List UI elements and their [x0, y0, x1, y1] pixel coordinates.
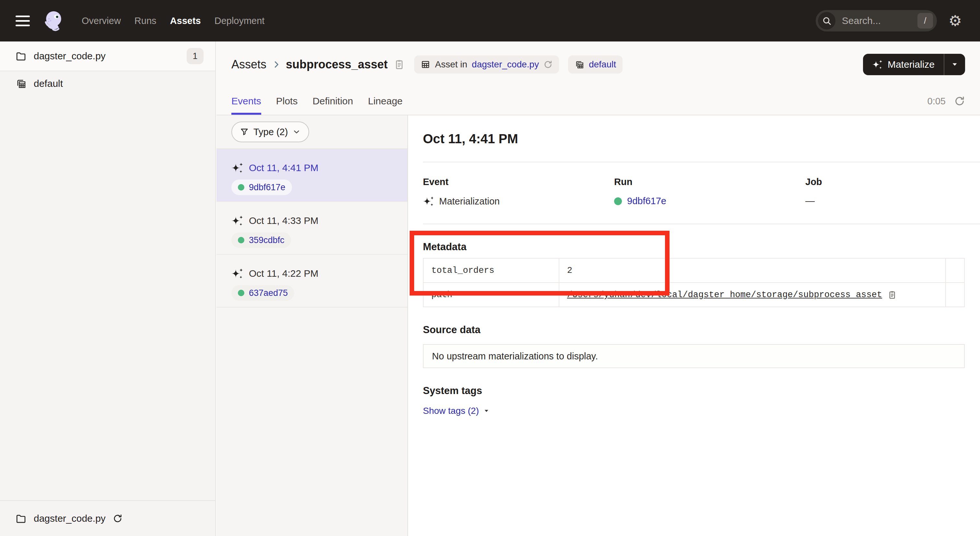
- footer-code-location-label: dagster_code.py: [34, 513, 106, 524]
- materialization-sparkle-icon: [423, 196, 434, 207]
- nav-item-deployment[interactable]: Deployment: [215, 16, 265, 26]
- code-location-label: dagster_code.py: [34, 51, 106, 62]
- repo-default-link[interactable]: default: [589, 59, 616, 70]
- hamburger-menu-button[interactable]: [16, 16, 30, 26]
- metadata-key: path: [423, 283, 559, 307]
- metadata-row-path: path /Users/yuhan/dev/local/dagster_home…: [423, 283, 964, 307]
- asset-in-prefix: Asset in: [435, 59, 467, 70]
- show-tags-toggle[interactable]: Show tags (2): [423, 406, 490, 416]
- divider: [423, 224, 980, 224]
- run-status-dot: [238, 290, 244, 296]
- events-filter-row: Type (2): [216, 115, 407, 149]
- show-tags-label: Show tags (2): [423, 406, 479, 416]
- run-status-dot: [238, 184, 244, 191]
- events-list-column: Type (2) Oct 11, 4:41 PM 9dbf617e Oct 11…: [216, 115, 408, 536]
- nav-item-assets[interactable]: Assets: [170, 16, 201, 26]
- global-search[interactable]: /: [816, 10, 937, 32]
- job-label: Job: [805, 177, 980, 187]
- tab-definition[interactable]: Definition: [312, 87, 353, 115]
- metadata-path-link[interactable]: /Users/yuhan/dev/local/dagster_home/stor…: [567, 290, 882, 300]
- run-id-link[interactable]: 9dbf617e: [627, 196, 666, 207]
- refresh-timer: 0:05: [928, 96, 946, 107]
- reload-tag-icon[interactable]: [544, 60, 552, 69]
- copy-path-icon[interactable]: [887, 290, 897, 300]
- run-id-pill[interactable]: 637aed75: [231, 285, 294, 301]
- tab-events[interactable]: Events: [231, 87, 261, 115]
- run-status-dot: [614, 197, 622, 205]
- refresh-icon[interactable]: [954, 95, 965, 107]
- sparkle-icon: [872, 59, 883, 70]
- sidebar-item-default-group[interactable]: default: [0, 71, 215, 96]
- run-id-link: 9dbf617e: [249, 183, 285, 192]
- materialization-sparkle-icon: [231, 162, 243, 174]
- search-input[interactable]: [842, 15, 907, 26]
- event-list-item[interactable]: Oct 11, 4:41 PM 9dbf617e: [216, 149, 407, 202]
- dagster-logo-icon[interactable]: [41, 8, 65, 33]
- run-status-dot: [238, 237, 244, 243]
- materialize-button[interactable]: Materialize: [863, 59, 944, 70]
- job-value: —: [805, 196, 815, 207]
- main-panel: Assets subprocess_asset Asset in dagster…: [216, 41, 980, 536]
- primary-nav: Overview Runs Assets Deployment: [82, 16, 264, 26]
- breadcrumb-assets-link[interactable]: Assets: [231, 58, 266, 71]
- metadata-table: total_orders 2 path /Users/yuhan/dev/loc…: [423, 258, 965, 307]
- tab-lineage[interactable]: Lineage: [368, 87, 403, 115]
- breadcrumb-chevron-icon: [272, 60, 281, 69]
- run-id-link: 359cdbfc: [249, 235, 285, 245]
- sidebar-item-code-location[interactable]: dagster_code.py 1: [0, 41, 215, 71]
- repo-grid-icon: [16, 78, 27, 89]
- materialization-sparkle-icon: [231, 268, 243, 279]
- type-filter-label: Type (2): [253, 127, 288, 137]
- event-type-value: Materialization: [439, 196, 500, 207]
- event-timestamp: Oct 11, 4:33 PM: [249, 215, 318, 226]
- settings-gear-icon[interactable]: ⚙: [948, 13, 962, 28]
- events-content: Type (2) Oct 11, 4:41 PM 9dbf617e Oct 11…: [216, 115, 980, 536]
- sidebar-footer-code-location: dagster_code.py: [0, 500, 215, 536]
- top-nav: Overview Runs Assets Deployment / ⚙: [0, 0, 980, 41]
- source-data-empty-state: No upstream materializations to display.: [423, 344, 965, 368]
- run-id-pill[interactable]: 9dbf617e: [231, 180, 292, 195]
- repo-default-tag: default: [568, 56, 622, 73]
- materialization-sparkle-icon: [231, 215, 243, 226]
- copy-asset-name-icon[interactable]: [393, 59, 405, 70]
- search-icon: [818, 12, 835, 30]
- asset-groups-sidebar: dagster_code.py 1 default dagster_code.p…: [0, 41, 216, 536]
- nav-item-runs[interactable]: Runs: [135, 16, 156, 26]
- grid-icon: [421, 60, 430, 69]
- asset-in-code-location-link[interactable]: dagster_code.py: [472, 59, 539, 70]
- divider: [423, 162, 980, 162]
- asset-in-tag: Asset in dagster_code.py: [414, 56, 559, 73]
- folder-icon: [16, 513, 27, 524]
- source-data-empty-text: No upstream materializations to display.: [432, 351, 598, 362]
- nav-item-overview[interactable]: Overview: [82, 16, 121, 26]
- event-timestamp: Oct 11, 4:22 PM: [249, 268, 318, 279]
- type-filter-button[interactable]: Type (2): [231, 121, 309, 142]
- run-id-pill[interactable]: 359cdbfc: [231, 232, 291, 248]
- reload-location-icon[interactable]: [113, 514, 123, 523]
- event-detail-title: Oct 11, 4:41 PM: [423, 132, 980, 146]
- event-label: Event: [423, 177, 614, 187]
- funnel-icon: [240, 127, 249, 137]
- asset-count-badge: 1: [187, 48, 204, 64]
- metadata-key: total_orders: [423, 258, 559, 283]
- metadata-extra-cell: [946, 258, 964, 283]
- metadata-row-total-orders: total_orders 2: [423, 258, 964, 283]
- event-timestamp: Oct 11, 4:41 PM: [249, 162, 318, 173]
- repo-grid-icon: [574, 60, 584, 69]
- caret-down-icon: [950, 60, 959, 69]
- run-label: Run: [614, 177, 805, 187]
- tab-plots[interactable]: Plots: [276, 87, 298, 115]
- page-title-asset-name: subprocess_asset: [286, 58, 388, 71]
- event-list-item[interactable]: Oct 11, 4:33 PM 359cdbfc: [216, 202, 407, 255]
- event-detail-panel: Oct 11, 4:41 PM Event Materialization Ru…: [408, 115, 980, 536]
- run-id-link: 637aed75: [249, 288, 288, 298]
- system-tags-section-title: System tags: [423, 385, 980, 397]
- asset-header: Assets subprocess_asset Asset in dagster…: [216, 41, 980, 87]
- asset-tabs: Events Plots Definition Lineage 0:05: [216, 87, 980, 115]
- materialize-dropdown-button[interactable]: [944, 60, 965, 69]
- folder-icon: [16, 51, 27, 62]
- default-group-label: default: [34, 78, 63, 89]
- event-list-item[interactable]: Oct 11, 4:22 PM 637aed75: [216, 255, 407, 307]
- search-shortcut-key: /: [918, 13, 933, 29]
- metadata-value: 2: [559, 258, 946, 283]
